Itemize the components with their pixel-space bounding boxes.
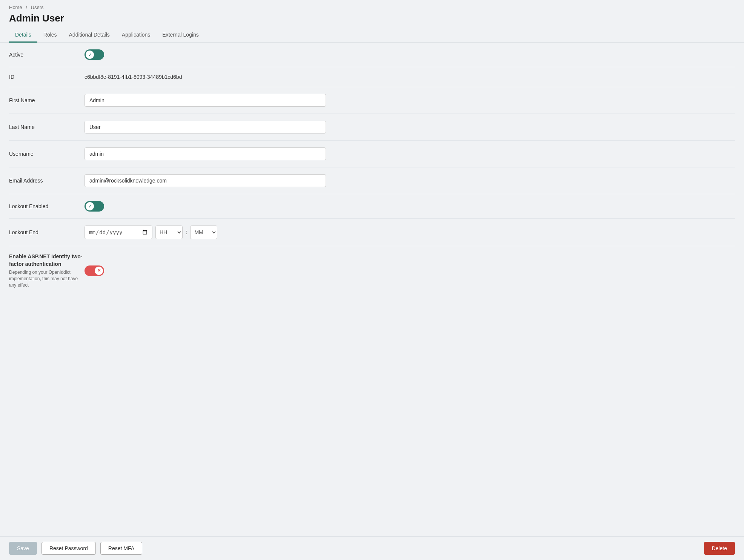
last-name-row: Last Name <box>9 114 735 141</box>
username-input[interactable] <box>85 147 326 160</box>
username-label: Username <box>9 151 85 157</box>
email-input-wrapper <box>85 174 735 187</box>
lockout-date-input[interactable] <box>85 226 152 239</box>
lockout-enabled-label: Lockout Enabled <box>9 203 85 209</box>
twofa-label-block: Enable ASP.NET Identity two-factor authe… <box>9 253 85 288</box>
first-name-row: First Name <box>9 87 735 114</box>
breadcrumb: Home / Users <box>9 5 735 10</box>
username-row: Username <box>9 141 735 167</box>
last-name-label: Last Name <box>9 124 85 130</box>
lockout-end-controls-wrapper: HH : MM <box>85 226 735 239</box>
id-row: ID c6bbdf8e-8191-4fb1-8093-34489b1cd6bd <box>9 67 735 87</box>
lockout-mm-select[interactable]: MM <box>190 226 217 239</box>
lockout-end-controls: HH : MM <box>85 226 735 239</box>
twofa-toggle[interactable]: ✕ <box>85 265 104 276</box>
lockout-enabled-row: Lockout Enabled ✓ <box>9 194 735 219</box>
last-name-input[interactable] <box>85 121 326 133</box>
breadcrumb-sep: / <box>26 5 27 10</box>
tabs-bar: Details Roles Additional Details Applica… <box>0 28 744 43</box>
breadcrumb-users[interactable]: Users <box>31 5 44 10</box>
first-name-input[interactable] <box>85 94 326 107</box>
reset-mfa-button[interactable]: Reset MFA <box>100 542 142 555</box>
time-separator: : <box>186 229 187 236</box>
email-row: Email Address <box>9 167 735 194</box>
active-row: Active ✓ <box>9 43 735 67</box>
email-input[interactable] <box>85 174 326 187</box>
active-label: Active <box>9 52 85 58</box>
id-label: ID <box>9 74 85 80</box>
twofa-toggle-wrapper: ✕ <box>85 265 735 276</box>
lockout-hh-select[interactable]: HH <box>155 226 183 239</box>
twofa-row: Enable ASP.NET Identity two-factor authe… <box>9 246 735 295</box>
tab-applications[interactable]: Applications <box>116 28 157 43</box>
lockout-enabled-toggle[interactable]: ✓ <box>85 201 104 212</box>
lockout-end-label: Lockout End <box>9 229 85 235</box>
tab-additional-details[interactable]: Additional Details <box>63 28 116 43</box>
save-button[interactable]: Save <box>9 542 37 555</box>
lockout-end-row: Lockout End HH : MM <box>9 219 735 246</box>
lockout-enabled-knob: ✓ <box>86 202 94 210</box>
first-name-input-wrapper <box>85 94 735 107</box>
twofa-toggle-knob: ✕ <box>95 267 103 275</box>
active-toggle-wrapper: ✓ <box>85 49 735 60</box>
active-toggle[interactable]: ✓ <box>85 49 104 60</box>
content-area: Active ✓ ID c6bbdf8e-8191-4fb1-8093-3448… <box>0 43 744 536</box>
id-value-wrapper: c6bbdf8e-8191-4fb1-8093-34489b1cd6bd <box>85 74 735 80</box>
lockout-enabled-toggle-wrapper: ✓ <box>85 201 735 212</box>
reset-password-button[interactable]: Reset Password <box>42 542 96 555</box>
page-title: Admin User <box>9 12 735 24</box>
email-label: Email Address <box>9 178 85 184</box>
first-name-label: First Name <box>9 97 85 103</box>
last-name-input-wrapper <box>85 121 735 133</box>
tab-external-logins[interactable]: External Logins <box>156 28 205 43</box>
tab-roles[interactable]: Roles <box>37 28 63 43</box>
twofa-label-sub: Depending on your OpenIddict implementat… <box>9 269 85 288</box>
username-input-wrapper <box>85 147 735 160</box>
tab-details[interactable]: Details <box>9 28 37 43</box>
id-value: c6bbdf8e-8191-4fb1-8093-34489b1cd6bd <box>85 74 182 80</box>
delete-button[interactable]: Delete <box>704 542 735 555</box>
active-toggle-knob: ✓ <box>86 51 94 59</box>
footer-bar: Save Reset Password Reset MFA Delete <box>0 536 744 560</box>
breadcrumb-home[interactable]: Home <box>9 5 22 10</box>
twofa-label-main: Enable ASP.NET Identity two-factor authe… <box>9 253 85 268</box>
